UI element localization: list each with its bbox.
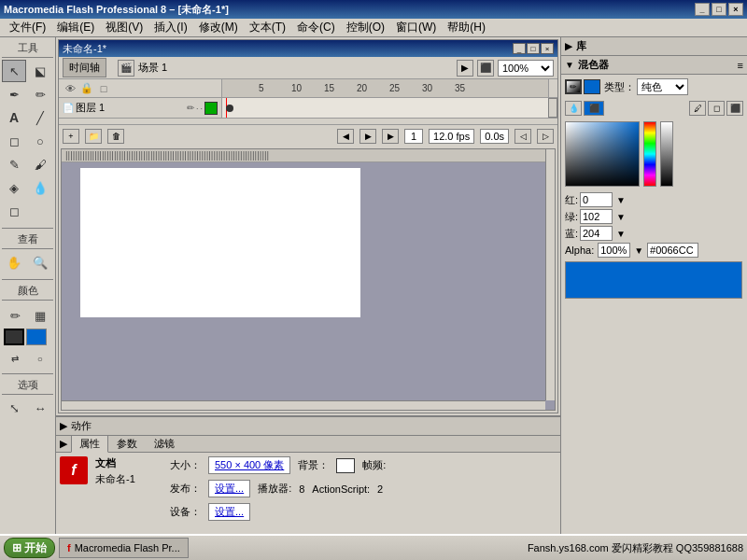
menu-window[interactable]: 窗口(W)	[390, 18, 442, 37]
color-opt-2[interactable]: ◻	[708, 101, 725, 116]
swap-colors-btn[interactable]: ⇄	[4, 347, 27, 370]
arrow-tool-btn[interactable]: ↖	[2, 60, 26, 82]
title-bar: Macromedia Flash Professional 8 – [未命名-1…	[0, 0, 747, 19]
menu-modify[interactable]: 修改(M)	[193, 18, 244, 37]
taskbar-flash-item[interactable]: f Macromedia Flash Pr...	[59, 538, 189, 558]
menu-text[interactable]: 文本(T)	[244, 18, 291, 37]
mixer-menu-icon[interactable]: ≡	[738, 60, 743, 71]
hue-slider[interactable]	[643, 121, 656, 187]
actions-arrow: ▶	[60, 420, 67, 432]
add-folder-btn[interactable]: 📁	[85, 129, 102, 144]
size-value-btn[interactable]: 550 × 400 像素	[208, 456, 290, 474]
green-dropdown-icon[interactable]: ▼	[616, 212, 626, 222]
play-icon[interactable]: ▶	[457, 60, 473, 77]
blue-dropdown-icon[interactable]: ▼	[616, 229, 626, 239]
color-preview	[565, 261, 742, 299]
swap-icon-btn[interactable]: ⬛	[584, 101, 604, 116]
zoom-select[interactable]: 100% 50% 200%	[498, 60, 554, 77]
fill-tool-btn[interactable]: ◈	[2, 176, 26, 199]
color-swap-row: ⇄ ○	[4, 347, 51, 370]
color-spectrum[interactable]	[565, 121, 640, 187]
menu-help[interactable]: 帮助(H)	[442, 18, 491, 37]
hex-input[interactable]	[647, 243, 698, 258]
inner-close-btn[interactable]: ×	[541, 43, 554, 54]
alpha-dropdown-icon[interactable]: ▼	[634, 245, 643, 256]
layer-icon: 📄	[63, 103, 74, 113]
red-dropdown-icon[interactable]: ▼	[616, 195, 626, 205]
onion-btn[interactable]: ▷	[537, 129, 554, 144]
layer-frames[interactable]	[222, 98, 548, 118]
inner-minimize-btn[interactable]: _	[513, 43, 526, 54]
tab-filters[interactable]: 滤镜	[146, 435, 183, 453]
library-panel-header: ▶ 库	[561, 37, 747, 56]
color-opt-1[interactable]: 🖊	[689, 101, 706, 116]
color-gradient-area	[565, 121, 743, 187]
eraser-tool-btn[interactable]: ◻	[2, 200, 26, 222]
canvas-scrollbar-h[interactable]	[62, 400, 545, 410]
prev-frame-btn[interactable]: ◀	[337, 129, 354, 144]
menu-edit[interactable]: 编辑(E)	[51, 18, 100, 37]
fill-color-box[interactable]	[26, 329, 47, 345]
inner-window: 未命名-1* _ □ × 时间轴 🎬 场景 1 ▶ ⬛ 100%	[58, 39, 558, 413]
close-btn[interactable]: ×	[728, 3, 743, 16]
option-1-btn[interactable]: ⤡	[2, 397, 26, 419]
inner-maximize-btn[interactable]: □	[527, 43, 540, 54]
eyedropper-icon-btn[interactable]: 💧	[565, 101, 582, 116]
brush-tool-btn[interactable]: 🖌	[28, 153, 52, 175]
minimize-btn[interactable]: _	[695, 3, 710, 16]
gradient-tool-btn[interactable]: ▦	[29, 304, 52, 327]
text-tool-btn[interactable]: A	[2, 106, 26, 129]
alpha-input[interactable]	[598, 243, 630, 258]
canvas-scrollbar-v[interactable]	[545, 149, 555, 400]
color-opt-3[interactable]: ⬛	[726, 101, 743, 116]
maximize-btn[interactable]: □	[712, 3, 726, 16]
option-2-btn[interactable]: ↔	[28, 397, 52, 419]
menu-file[interactable]: 文件(F)	[4, 18, 51, 37]
menu-insert[interactable]: 插入(I)	[148, 18, 192, 37]
bg-color-box[interactable]	[336, 458, 355, 473]
pen-tool-btn[interactable]: ✏	[28, 83, 52, 105]
tab-parameters[interactable]: 参数	[108, 435, 146, 453]
right-panel: ▶ 库 ▼ 混色器 ≡ ✏ 类型： 纯色 线性 径向	[560, 37, 747, 560]
subselect-tool-btn[interactable]: ⬕	[28, 60, 52, 82]
device-value-btn[interactable]: 设置...	[208, 503, 250, 521]
color-section: ✏ ▦ ⇄ ○	[2, 302, 53, 371]
default-colors-btn[interactable]: ○	[29, 347, 52, 370]
play-stop-btn[interactable]: ▶	[359, 129, 376, 144]
menu-view[interactable]: 视图(V)	[100, 18, 148, 37]
layer-scrollbar-v[interactable]	[548, 98, 557, 118]
rect-tool-btn[interactable]: ◻	[2, 130, 26, 152]
type-select[interactable]: 纯色 线性 径向	[637, 78, 688, 95]
lasso-tool-btn[interactable]: ✒	[2, 83, 26, 105]
stroke-color-box[interactable]	[4, 329, 24, 345]
red-input[interactable]	[580, 192, 613, 207]
brightness-slider[interactable]	[660, 121, 673, 187]
menu-control[interactable]: 控制(O)	[341, 18, 390, 37]
line-tool-btn[interactable]: ╱	[28, 106, 52, 129]
add-layer-btn[interactable]: +	[63, 129, 79, 144]
blue-input[interactable]	[580, 226, 613, 241]
delete-layer-btn[interactable]: 🗑	[107, 129, 124, 144]
pencil-tool-btn[interactable]: ✎	[2, 153, 26, 175]
green-input[interactable]	[580, 209, 613, 224]
view-label: 查看	[2, 231, 53, 249]
fill-picker-btn[interactable]	[584, 79, 600, 94]
stroke-tool-btn[interactable]: ✏	[4, 304, 27, 327]
menu-command[interactable]: 命令(C)	[291, 18, 341, 37]
tab-properties[interactable]: 属性	[71, 435, 108, 453]
next-frame-btn[interactable]: ▶	[382, 129, 399, 144]
stop-icon[interactable]: ⬛	[477, 60, 494, 77]
color-values: 红: ▼ 绿: ▼ 蓝: ▼ Alpha: ▼	[565, 192, 743, 258]
canvas-area[interactable]: ||||||||||||||||||||||||||||||||||||||||…	[61, 148, 556, 411]
start-button[interactable]: ⊞ 开始	[4, 538, 55, 558]
dropper-tool-btn[interactable]: 💧	[28, 176, 52, 199]
menu-bar: 文件(F) 编辑(E) 视图(V) 插入(I) 修改(M) 文本(T) 命令(C…	[0, 19, 747, 37]
actions-header: ▶ 动作	[56, 417, 560, 436]
publish-value-btn[interactable]: 设置...	[208, 480, 250, 497]
loop-btn[interactable]: ◁	[514, 129, 531, 144]
hand-tool-btn[interactable]: ✋	[2, 251, 26, 273]
zoom-tool-btn[interactable]: 🔍	[28, 251, 52, 273]
stroke-picker-btn[interactable]: ✏	[565, 79, 582, 94]
frame-25: 25	[389, 83, 422, 93]
oval-tool-btn[interactable]: ○	[28, 130, 52, 152]
